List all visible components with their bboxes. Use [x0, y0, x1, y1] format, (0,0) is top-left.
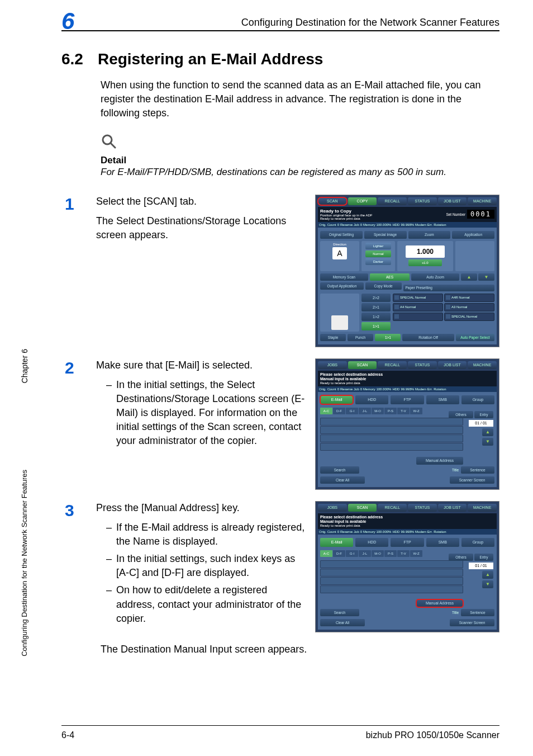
btn-arrow-up[interactable]: ▲	[461, 273, 477, 281]
output-card[interactable]	[320, 294, 359, 332]
btn-rotation-off[interactable]: Rotation Off	[402, 334, 454, 341]
btn-punch[interactable]: Punch	[348, 334, 373, 341]
tray-4[interactable]: A3 Normal	[444, 303, 494, 311]
dtab-ftp[interactable]: FTP	[391, 395, 423, 404]
btn3-clear-all[interactable]: Clear All	[320, 619, 365, 626]
btn-darker[interactable]: Darker	[365, 258, 391, 265]
tab3-recall[interactable]: RECALL	[378, 504, 407, 512]
dtab3-group[interactable]: Group	[461, 538, 494, 547]
btn-application[interactable]: Application	[452, 231, 494, 239]
tab3-scan[interactable]: SCAN	[348, 504, 377, 512]
btn-others[interactable]: Others	[449, 411, 473, 418]
list-item[interactable]	[320, 585, 463, 593]
idx-jl[interactable]: J-L	[359, 408, 371, 414]
idx-df[interactable]: D-F	[333, 408, 345, 414]
direction-card[interactable]: Direction A	[320, 241, 359, 271]
idx-tv[interactable]: T-V	[397, 408, 410, 414]
btn-mode-2-1[interactable]: 2>1	[361, 303, 391, 311]
idx3-mo[interactable]: M-O	[372, 550, 384, 557]
idx3-gi[interactable]: G-I	[346, 550, 358, 557]
btn-auto-zoom[interactable]: Auto Zoom	[411, 273, 459, 281]
btn3-others[interactable]: Others	[449, 554, 473, 561]
list-item[interactable]	[320, 577, 463, 585]
btn-page-up[interactable]: ▲	[482, 428, 493, 436]
btn-output-app[interactable]: Output Application	[320, 282, 364, 290]
tab-scan[interactable]: SCAN	[318, 197, 347, 205]
btn-staple[interactable]: Staple	[320, 334, 346, 341]
btn-search[interactable]: Search	[320, 466, 359, 474]
btn-special-image[interactable]: Special Image	[364, 231, 407, 239]
btn3-page-up[interactable]: ▲	[482, 571, 493, 579]
btn3-scanner-screen[interactable]: Scanner Screen	[450, 619, 494, 626]
btn-memory-scan[interactable]: Memory Scan	[320, 273, 368, 281]
idx-mo[interactable]: M-O	[372, 408, 384, 414]
tab2-machine[interactable]: MACHINE	[468, 361, 497, 369]
btn3-page-down[interactable]: ▼	[482, 580, 493, 588]
idx-ac[interactable]: A-C	[320, 408, 332, 414]
btn-lighter[interactable]: Lighter	[365, 243, 391, 249]
tray-1[interactable]: SPECIAL Normal	[393, 294, 443, 302]
dtab-hdd[interactable]: HDD	[355, 395, 388, 404]
tab-copy[interactable]: COPY	[348, 197, 377, 205]
list-item[interactable]	[320, 560, 463, 568]
tray-2[interactable]: A4R Normal	[444, 294, 494, 302]
idx-gi[interactable]: G-I	[346, 408, 358, 414]
btn-zoom-x1[interactable]: x1.0	[408, 259, 442, 266]
idx-ps[interactable]: P-S	[384, 408, 397, 414]
tray-6[interactable]: SPECIAL Normal	[444, 313, 494, 321]
tab2-recall[interactable]: RECALL	[378, 361, 407, 369]
dtab3-smb[interactable]: SMB	[426, 538, 459, 547]
idx3-ps[interactable]: P-S	[384, 550, 397, 557]
tab3-joblist[interactable]: JOB LIST	[438, 504, 467, 512]
tab2-jobs[interactable]: JOBS	[318, 361, 347, 369]
list-item[interactable]	[320, 569, 463, 577]
dtab3-email[interactable]: E-Mail	[320, 538, 353, 547]
btn-manual-address[interactable]: Manual Address	[416, 457, 463, 465]
btn-aes[interactable]: AES	[370, 273, 410, 281]
btn-mode-1-1[interactable]: 1>1	[361, 322, 391, 330]
tab3-status[interactable]: STATUS	[408, 504, 437, 512]
tab2-status[interactable]: STATUS	[408, 361, 437, 369]
btn3-search[interactable]: Search	[320, 609, 359, 616]
btn-sentence[interactable]: Sentence	[461, 466, 494, 474]
btn-auto-paper[interactable]: Auto Paper Select	[456, 334, 494, 341]
btn-normal[interactable]: Normal	[365, 251, 391, 257]
btn3-sentence[interactable]: Sentence	[461, 609, 494, 616]
btn-scanner-screen[interactable]: Scanner Screen	[450, 476, 494, 484]
tab3-jobs[interactable]: JOBS	[318, 504, 347, 512]
btn-clear-all[interactable]: Clear All	[320, 476, 365, 484]
dtab-smb[interactable]: SMB	[426, 395, 459, 404]
list-item[interactable]	[320, 443, 463, 451]
btn-entry[interactable]: Entry	[474, 411, 493, 418]
dtab3-ftp[interactable]: FTP	[391, 538, 423, 547]
list-item[interactable]	[320, 426, 463, 434]
idx3-df[interactable]: D-F	[333, 550, 345, 557]
idx3-tv[interactable]: T-V	[397, 550, 410, 557]
tray-5[interactable]	[393, 313, 443, 321]
tab2-scan[interactable]: SCAN	[348, 361, 377, 369]
btn-mode-1-2[interactable]: 1>2	[361, 313, 391, 321]
btn-mode-2-2[interactable]: 2>2	[361, 294, 391, 302]
idx3-jl[interactable]: J-L	[359, 550, 371, 557]
tray-3[interactable]: A4 Normal	[393, 303, 443, 311]
btn-zoom[interactable]: Zoom	[408, 231, 451, 239]
list-item[interactable]	[320, 418, 463, 426]
tab-joblist[interactable]: JOB LIST	[438, 197, 467, 205]
list-item[interactable]	[320, 434, 463, 442]
tab-status[interactable]: STATUS	[408, 197, 437, 205]
tab2-joblist[interactable]: JOB LIST	[438, 361, 467, 369]
btn-1-1[interactable]: 1>1	[375, 334, 401, 341]
btn-arrow-down[interactable]: ▼	[478, 273, 494, 281]
idx-wz[interactable]: W-Z	[410, 408, 422, 414]
tab-machine[interactable]: MACHINE	[468, 197, 497, 205]
btn-original-setting[interactable]: Original Setting	[320, 231, 363, 239]
idx3-wz[interactable]: W-Z	[410, 550, 422, 557]
dtab3-hdd[interactable]: HDD	[355, 538, 388, 547]
btn3-manual-address[interactable]: Manual Address	[416, 599, 463, 607]
dtab-email[interactable]: E-Mail	[320, 395, 353, 404]
tab-recall[interactable]: RECALL	[378, 197, 407, 205]
tab3-machine[interactable]: MACHINE	[468, 504, 497, 512]
dtab-group[interactable]: Group	[461, 395, 494, 404]
btn-page-down[interactable]: ▼	[482, 438, 493, 446]
application-card[interactable]	[455, 241, 494, 271]
